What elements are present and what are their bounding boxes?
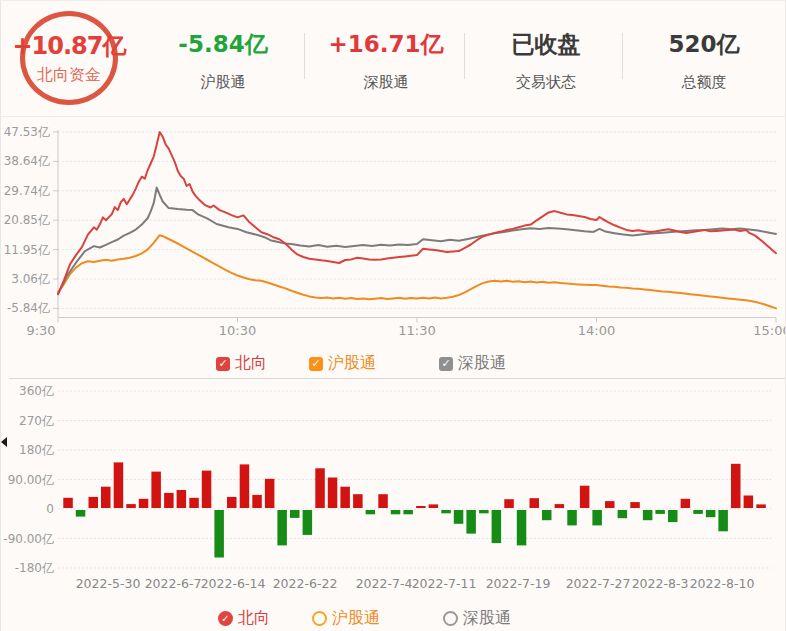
line-y-axis-label: 11.95亿 (4, 243, 50, 257)
stat-trade-status: 已收盘交易状态 (466, 29, 626, 92)
line-x-axis-label: 10:30 (219, 323, 256, 338)
bar (744, 496, 754, 509)
bar-y-axis-label: 90.00亿 (8, 473, 54, 487)
bar (353, 494, 363, 508)
line-x-axis-label: 14:00 (578, 323, 615, 338)
bar (252, 495, 261, 508)
legend-item-label: 深股通 (463, 608, 511, 629)
bar (340, 487, 350, 508)
bar (756, 504, 766, 508)
legend-item-sz[interactable]: 深股通 (443, 608, 511, 629)
bar (706, 510, 716, 517)
stat-sh-connect-label: 沪股通 (143, 73, 303, 92)
series-line-sz (58, 188, 776, 295)
bar (366, 510, 376, 514)
bar (718, 510, 728, 531)
bar-y-axis-label: 0 (46, 502, 54, 516)
bar (303, 510, 313, 535)
bar (76, 510, 86, 517)
bar-y-axis-label: 360亿 (19, 384, 54, 398)
bar (668, 510, 678, 522)
stat-divider (622, 33, 623, 79)
bar-chart-legend: ✓北向沪股通深股通 (218, 608, 511, 629)
radio-selected-icon[interactable]: ✓ (218, 611, 233, 626)
bar (731, 464, 741, 508)
legend-item-north[interactable]: ✓北向 (218, 608, 270, 629)
bar (492, 510, 502, 543)
bar (315, 468, 325, 508)
bar (89, 497, 99, 508)
bar (378, 494, 388, 508)
line-x-axis-label: 11:30 (398, 323, 435, 338)
legend-item-north[interactable]: ✓北向 (216, 353, 267, 374)
bar (454, 510, 464, 524)
line-y-axis-label: -5.84亿 (7, 301, 50, 315)
bar (202, 471, 212, 508)
checkbox-checked-icon[interactable]: ✓ (309, 357, 323, 371)
bar (328, 478, 338, 509)
bar (151, 472, 161, 508)
checkbox-checked-icon[interactable]: ✓ (439, 357, 453, 371)
bar (177, 490, 187, 508)
line-chart-legend: ✓北向✓沪股通✓深股通 (216, 353, 506, 374)
bar (214, 510, 224, 558)
bar-x-axis-label: 2022-6-7 (145, 576, 202, 591)
bar (429, 504, 439, 508)
bar-x-axis-label: 2022-8-3 (632, 576, 689, 591)
bar-x-axis-label: 2022-7-27 (566, 576, 631, 591)
bar (693, 510, 703, 514)
bar (403, 510, 413, 514)
stat-total-quota: 520亿总额度 (624, 29, 784, 92)
legend-item-sz[interactable]: ✓深股通 (439, 353, 506, 374)
bar (567, 510, 577, 525)
bar (164, 493, 174, 508)
checkbox-checked-icon[interactable]: ✓ (216, 357, 230, 371)
stat-sz-connect: +16.71亿深股通 (306, 29, 466, 92)
radio-unselected-icon[interactable] (443, 611, 458, 626)
stat-trade-status-value: 已收盘 (466, 29, 626, 60)
stat-sh-connect: -5.84亿沪股通 (143, 29, 303, 92)
bar (555, 504, 565, 508)
legend-item-sh[interactable]: 沪股通 (312, 608, 380, 629)
bar-x-axis-label: 2022-7-4 (356, 576, 413, 591)
bar (189, 498, 199, 508)
stat-divider (304, 33, 305, 79)
daily-bar-chart[interactable]: 360亿270亿180亿90.00亿0-90.00亿-180亿2022-5-30… (1, 381, 786, 593)
bar (391, 510, 401, 514)
bar (101, 487, 111, 508)
section-divider (9, 378, 785, 379)
line-y-axis-label: 38.64亿 (4, 154, 50, 168)
line-chart-canvas[interactable]: 47.53亿38.64亿29.74亿20.85亿11.95亿3.06亿-5.84… (1, 117, 786, 347)
line-x-axis-label: 9:30 (26, 323, 55, 338)
line-y-axis-label: 29.74亿 (4, 184, 50, 198)
bar (466, 510, 476, 534)
intraday-line-chart[interactable]: 47.53亿38.64亿29.74亿20.85亿11.95亿3.06亿-5.84… (1, 116, 786, 347)
bar-x-axis-label: 2022-6-22 (273, 576, 338, 591)
bar (416, 506, 426, 508)
radio-unselected-icon[interactable] (312, 611, 327, 626)
bar (605, 501, 615, 508)
bar-chart-canvas[interactable]: 360亿270亿180亿90.00亿0-90.00亿-180亿2022-5-30… (1, 381, 786, 593)
bar (542, 510, 552, 520)
legend-item-label: 沪股通 (328, 353, 376, 374)
bar (681, 499, 691, 508)
bar (592, 510, 602, 525)
stat-sh-connect-value: -5.84亿 (143, 29, 303, 60)
bar (227, 497, 237, 508)
bar (277, 510, 287, 545)
legend-item-sh[interactable]: ✓沪股通 (309, 353, 376, 374)
series-line-north (58, 132, 776, 294)
stat-sz-connect-label: 深股通 (306, 73, 466, 92)
line-y-axis-label: 47.53亿 (4, 125, 50, 139)
line-y-axis-label: 3.06亿 (11, 272, 50, 286)
main-stat-label: 北向资金 (37, 65, 101, 86)
bar-y-axis-label: -180亿 (15, 561, 54, 575)
bar (114, 462, 124, 508)
northbound-funds-widget: +10.87亿 北向资金 -5.84亿沪股通+16.71亿深股通已收盘交易状态5… (0, 0, 786, 631)
bar-y-axis-label: 270亿 (19, 414, 54, 428)
bar (580, 486, 590, 508)
bar (126, 504, 136, 508)
bar-x-axis-label: 2022-8-10 (690, 576, 755, 591)
series-line-sh (58, 235, 776, 308)
bar (479, 510, 489, 513)
